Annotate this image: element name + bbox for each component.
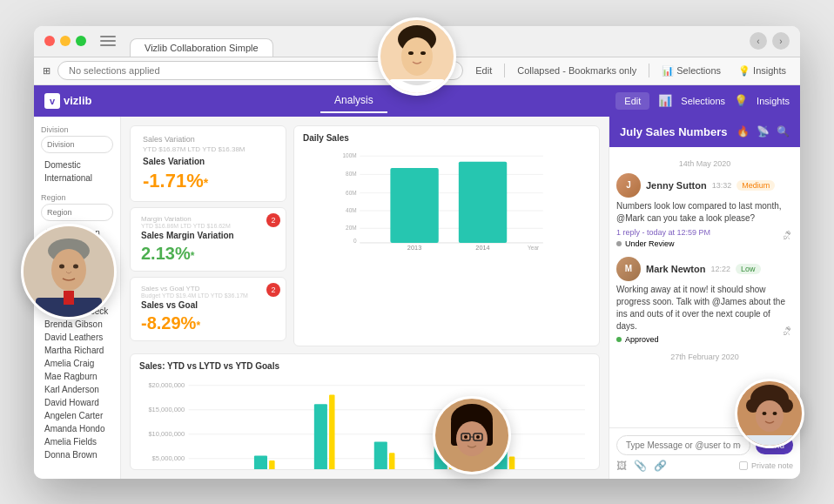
- list-item[interactable]: Karl Anderson: [41, 383, 113, 396]
- division-search[interactable]: [41, 136, 113, 153]
- msg-time: 12:22: [710, 265, 730, 273]
- sales-variation-kpi: Sales Variation YTD $16.87M LTD YTD $16.…: [130, 125, 286, 202]
- chat-input[interactable]: [616, 435, 750, 455]
- menu-icon[interactable]: [100, 36, 116, 46]
- list-item[interactable]: Brenda Gibson: [41, 318, 113, 331]
- list-item[interactable]: Martha Richard: [41, 344, 113, 357]
- kpi-badge: 2: [266, 213, 280, 227]
- logo-text: vizlib: [64, 94, 92, 107]
- kpi-value: 2.13%*: [141, 244, 275, 264]
- divider: [504, 64, 505, 77]
- svg-point-73: [763, 412, 767, 415]
- sales-goal-kpi: 2 Sales vs Goal YTD Budget YTD $19.4M LT…: [130, 277, 286, 341]
- kpi-subtitle2: YTD $16.86M LTD YTD $16.62M: [141, 223, 275, 229]
- status-label: Under Review: [625, 239, 675, 248]
- minimize-button[interactable]: [60, 36, 71, 46]
- selections-icon[interactable]: 📊: [658, 94, 672, 107]
- chat-message: M Mark Newton 12:22 Low Working away at …: [616, 257, 793, 344]
- list-item[interactable]: Amanda Hondo: [41, 422, 113, 435]
- svg-rect-33: [374, 441, 387, 470]
- svg-text:0: 0: [353, 237, 357, 243]
- filter-icon[interactable]: ⛐: [783, 230, 793, 242]
- svg-rect-12: [390, 168, 438, 243]
- list-item[interactable]: David Leathers: [41, 331, 113, 344]
- browser-nav: ‹ ›: [750, 32, 790, 50]
- sender-name: Jenny Sutton: [646, 180, 707, 191]
- msg-status: Under Review: [616, 239, 675, 248]
- daily-sales-chart-panel: Daily Sales 100M 80M 60M 40M 20M 0: [293, 125, 600, 346]
- filter-icon[interactable]: ⛐: [783, 326, 793, 338]
- list-item[interactable]: Angelen Carter: [41, 409, 113, 422]
- reply-link[interactable]: 1 reply - today at 12:59 PM: [616, 228, 793, 237]
- insights-icon[interactable]: 💡: [734, 94, 748, 107]
- private-note-checkbox[interactable]: [739, 461, 748, 470]
- kpi-title: Sales Variation: [143, 157, 273, 166]
- selections-label: Selections: [681, 96, 725, 106]
- kpi-badge: 2: [266, 283, 280, 297]
- collapsed-action[interactable]: Collapsed - Bookmarks only: [512, 64, 642, 77]
- chat-date-divider2: 27th February 2020: [616, 353, 793, 361]
- rss-icon[interactable]: 📡: [757, 125, 770, 138]
- svg-text:$15,000,000: $15,000,000: [148, 405, 185, 413]
- kpi-subtitle: Margin Variation: [141, 215, 275, 223]
- sidebar-item-international[interactable]: International: [41, 171, 113, 185]
- svg-point-55: [73, 264, 78, 268]
- svg-text:40M: 40M: [346, 206, 357, 212]
- close-button[interactable]: [44, 36, 55, 46]
- priority-badge: Medium: [736, 180, 775, 191]
- avatar-bottom: [433, 396, 511, 474]
- chat-input-icons: 🖼 📎 🔗 Private note: [616, 460, 793, 472]
- list-item[interactable]: David Howard: [41, 396, 113, 409]
- kpi-title: Sales vs Goal: [141, 300, 275, 310]
- link-icon[interactable]: 🔗: [654, 460, 667, 472]
- svg-point-74: [773, 412, 777, 415]
- kpi-value: -8.29%*: [141, 313, 275, 333]
- svg-text:$20,000,000: $20,000,000: [148, 380, 185, 388]
- back-button[interactable]: ‹: [750, 32, 767, 50]
- search-icon[interactable]: 🔍: [777, 125, 790, 138]
- svg-text:100M: 100M: [342, 152, 356, 158]
- fire-icon[interactable]: 🔥: [736, 125, 750, 138]
- image-icon[interactable]: 🖼: [616, 460, 627, 472]
- region-search[interactable]: [41, 204, 113, 221]
- person-avatar-svg: [737, 381, 802, 446]
- sidebar-item-domestic[interactable]: Domestic: [41, 158, 113, 171]
- list-item[interactable]: Mae Ragburn: [41, 370, 113, 383]
- private-note-label: Private note: [751, 461, 793, 470]
- list-item[interactable]: Amelia Craig: [41, 357, 113, 370]
- svg-point-49: [420, 51, 426, 55]
- avatar: J: [616, 173, 641, 198]
- chat-title: July Sales Numbers: [620, 125, 730, 138]
- avatar: M: [616, 257, 641, 281]
- edit-action[interactable]: Edit: [470, 64, 497, 77]
- division-label: Division: [41, 125, 113, 134]
- svg-text:$10,000,000: $10,000,000: [148, 429, 185, 437]
- status-icon: [616, 241, 622, 246]
- kpi-subtitle2: YTD $16.87M LTD YTD $16.38M: [143, 145, 273, 153]
- svg-point-47: [401, 37, 433, 76]
- tab-analysis[interactable]: Analysis: [320, 89, 387, 113]
- grid-icon: ⊞: [43, 65, 50, 77]
- person-avatar-svg: [380, 20, 454, 93]
- person-avatar-svg: [435, 399, 508, 472]
- svg-text:2013: 2013: [407, 244, 421, 252]
- maximize-button[interactable]: [76, 36, 86, 46]
- svg-rect-38: [509, 456, 515, 469]
- app-body: Division Domestic International Region J…: [34, 117, 800, 479]
- status-icon: [616, 337, 622, 342]
- insights-action[interactable]: 💡 Insights: [733, 64, 791, 78]
- svg-text:$5,000,000: $5,000,000: [152, 454, 185, 461]
- edit-button[interactable]: Edit: [615, 92, 649, 110]
- svg-text:80M: 80M: [346, 171, 357, 177]
- forward-button[interactable]: ›: [772, 32, 790, 50]
- chat-date-divider: 14th May 2020: [616, 159, 793, 168]
- msg-status: Approved: [616, 335, 659, 344]
- list-item[interactable]: Amelia Fields: [41, 435, 113, 448]
- attachment-icon[interactable]: 📎: [634, 460, 647, 472]
- browser-tab[interactable]: Vizlib Collaboration Simple: [130, 38, 273, 57]
- status-label: Approved: [625, 335, 659, 344]
- selections-action[interactable]: 📊 Selections: [656, 64, 726, 78]
- ytd-chart-title: Sales: YTD vs LYTD vs YTD Goals: [139, 361, 590, 371]
- svg-point-48: [408, 51, 414, 55]
- list-item[interactable]: Donna Brown: [41, 448, 113, 461]
